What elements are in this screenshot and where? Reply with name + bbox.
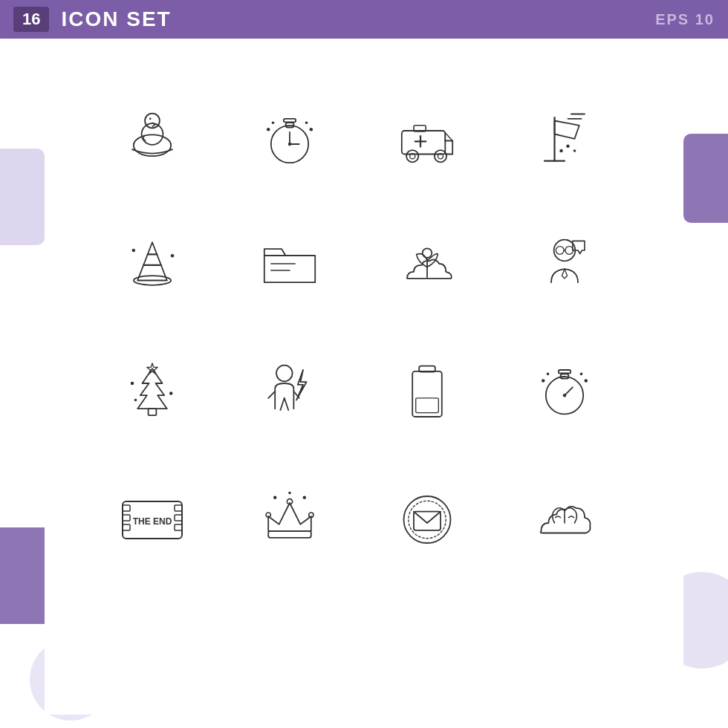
svg-point-47 <box>276 365 293 382</box>
svg-point-33 <box>171 254 175 258</box>
svg-point-9 <box>288 143 292 146</box>
brain-cloud-icon <box>531 483 598 550</box>
svg-rect-66 <box>123 515 130 521</box>
svg-rect-43 <box>149 409 157 415</box>
decor-left-top <box>0 149 45 245</box>
svg-rect-67 <box>123 524 130 530</box>
header-badge: 16 <box>13 7 49 32</box>
crown-icon <box>256 483 323 550</box>
support-agent-cell <box>501 201 628 327</box>
person-energy-cell <box>227 327 353 453</box>
svg-point-76 <box>273 496 277 500</box>
svg-point-44 <box>131 382 134 386</box>
traffic-cone-icon <box>119 230 186 297</box>
decor-right-top <box>683 134 728 223</box>
svg-point-79 <box>404 496 451 543</box>
svg-point-46 <box>134 399 137 402</box>
svg-rect-68 <box>175 505 182 511</box>
svg-point-26 <box>566 144 570 148</box>
mail-circle-cell <box>364 453 490 579</box>
icon-grid: THE END <box>89 74 639 579</box>
chick-egg-icon <box>119 104 186 171</box>
svg-point-32 <box>132 249 136 253</box>
svg-point-40 <box>556 247 564 255</box>
folder-icon <box>256 230 323 297</box>
svg-line-58 <box>565 387 573 395</box>
svg-point-2 <box>145 114 160 129</box>
battery-cell <box>364 327 490 453</box>
svg-point-59 <box>563 394 567 397</box>
svg-rect-52 <box>412 371 442 417</box>
person-energy-icon <box>256 357 323 423</box>
svg-rect-6 <box>284 119 296 123</box>
stopwatch-icon <box>256 104 323 171</box>
svg-rect-70 <box>175 524 182 530</box>
svg-text:THE END: THE END <box>133 516 172 527</box>
ambulance-cell <box>364 74 490 201</box>
traffic-cone-cell <box>89 201 215 327</box>
svg-rect-54 <box>416 398 439 413</box>
svg-point-27 <box>573 149 576 152</box>
svg-rect-57 <box>559 370 571 374</box>
christmas-tree-cell <box>89 327 215 453</box>
svg-point-60 <box>542 379 545 383</box>
svg-point-12 <box>310 128 313 131</box>
chick-egg-cell <box>89 74 215 201</box>
the-end-film-icon: THE END <box>115 479 189 553</box>
svg-point-61 <box>547 373 550 376</box>
svg-point-11 <box>272 121 275 124</box>
crown-cell <box>227 453 353 579</box>
svg-point-10 <box>267 128 270 131</box>
folder-cell <box>227 201 353 327</box>
svg-point-13 <box>305 121 308 124</box>
support-agent-icon <box>531 230 598 297</box>
svg-point-77 <box>303 496 307 500</box>
svg-point-28 <box>559 149 563 153</box>
timer-icon <box>531 357 598 423</box>
svg-point-17 <box>406 150 418 162</box>
header: 16 ICON SET EPS 10 <box>0 0 728 39</box>
svg-line-49 <box>285 398 288 410</box>
header-eps: EPS 10 <box>655 11 715 28</box>
stopwatch-cell <box>227 74 353 201</box>
timer-cell <box>501 327 628 453</box>
svg-rect-72 <box>268 531 311 538</box>
svg-point-62 <box>585 379 588 383</box>
svg-rect-65 <box>123 505 130 511</box>
svg-point-19 <box>435 150 446 162</box>
wind-sock-icon <box>531 104 598 171</box>
plant-cloud-cell <box>364 201 490 327</box>
battery-icon <box>394 357 461 423</box>
svg-point-63 <box>580 373 583 376</box>
wind-sock-cell <box>501 74 628 201</box>
svg-rect-69 <box>175 515 182 521</box>
svg-point-45 <box>169 391 173 395</box>
svg-point-78 <box>288 492 291 495</box>
mail-circle-icon <box>394 483 461 550</box>
main-content: THE END <box>45 52 683 715</box>
svg-line-48 <box>280 398 284 410</box>
svg-line-50 <box>268 391 275 398</box>
ambulance-icon <box>394 104 461 171</box>
plant-cloud-icon <box>394 230 461 297</box>
svg-point-38 <box>423 248 432 258</box>
the-end-film-cell: THE END <box>89 453 215 579</box>
header-title: ICON SET <box>61 7 171 31</box>
svg-point-3 <box>149 117 152 120</box>
brain-cloud-cell <box>501 453 628 579</box>
christmas-tree-icon <box>119 357 186 423</box>
